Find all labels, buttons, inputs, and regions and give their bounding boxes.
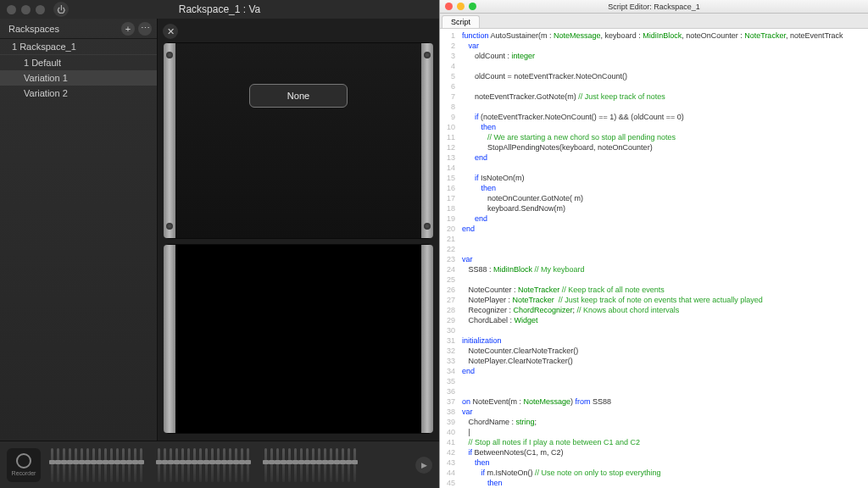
fader[interactable] — [229, 448, 231, 482]
fader[interactable] — [276, 448, 279, 482]
fader[interactable] — [110, 448, 113, 482]
maximize-window-icon[interactable] — [36, 5, 45, 14]
fader[interactable] — [158, 448, 160, 482]
fader[interactable] — [235, 448, 237, 482]
fader[interactable] — [164, 448, 166, 482]
fader[interactable] — [122, 448, 125, 482]
power-icon[interactable]: ⏻ — [53, 2, 69, 17]
fader[interactable] — [140, 448, 142, 482]
close-window-icon[interactable] — [7, 5, 16, 14]
editor-title-bar: Script Editor: Rackspace_1 — [440, 0, 868, 14]
rack-rail-left — [164, 43, 175, 238]
fader[interactable] — [205, 448, 208, 482]
fader[interactable] — [134, 448, 136, 482]
minimize-window-icon[interactable] — [457, 3, 465, 10]
rackspace-menu-button[interactable]: ⋯ — [138, 22, 152, 36]
fader[interactable] — [300, 448, 303, 482]
play-button[interactable]: ▶ — [415, 457, 432, 474]
sidebar-title: Rackspaces — [8, 24, 59, 34]
fader[interactable] — [306, 448, 309, 482]
fader[interactable] — [81, 448, 83, 482]
editor-window-title: Script Editor: Rackspace_1 — [608, 3, 700, 11]
fader[interactable] — [63, 448, 65, 482]
fader[interactable] — [318, 448, 320, 482]
fader[interactable] — [336, 448, 338, 482]
record-icon — [16, 453, 31, 469]
sidebar-item-2[interactable]: Variation 1 — [0, 70, 157, 86]
add-rackspace-button[interactable]: + — [121, 22, 135, 36]
fader[interactable] — [104, 448, 107, 482]
fader[interactable] — [211, 448, 214, 482]
script-editor-window: Script Editor: Rackspace_1 Script 1 2 3 … — [439, 0, 868, 488]
fader[interactable] — [193, 448, 196, 482]
fader[interactable] — [69, 448, 71, 482]
rack-area: ✕ None — [158, 19, 439, 441]
fader[interactable] — [282, 448, 285, 482]
fader-group-1 — [51, 448, 142, 482]
rack-rail-left — [164, 245, 175, 433]
window-title: Rackspace_1 : Va — [179, 3, 261, 15]
minimize-window-icon[interactable] — [21, 5, 31, 14]
fader[interactable] — [199, 448, 202, 482]
recorder-label: Recorder — [12, 470, 36, 476]
fader[interactable] — [247, 448, 249, 482]
fader-group-2 — [158, 448, 249, 482]
fader[interactable] — [353, 448, 356, 482]
fader[interactable] — [51, 448, 53, 482]
fader[interactable] — [223, 448, 225, 482]
window-controls — [0, 5, 45, 14]
mixer-faders — [47, 448, 409, 482]
widget-panel: None — [164, 42, 432, 239]
code-content[interactable]: function AutoSustainer(m : NoteMessage, … — [459, 29, 868, 488]
sidebar-item-1[interactable]: 1 Default — [0, 55, 157, 70]
fader[interactable] — [187, 448, 190, 482]
editor-window-controls — [440, 3, 476, 10]
fader[interactable] — [75, 448, 77, 482]
line-numbers: 1 2 3 4 5 6 7 8 9 10 11 12 13 14 15 16 1… — [440, 29, 459, 488]
fader[interactable] — [116, 448, 119, 482]
recorder-button[interactable]: Recorder — [7, 448, 41, 482]
transport-bar: Recorder ▶ — [0, 441, 439, 488]
fader[interactable] — [128, 448, 131, 482]
fader[interactable] — [181, 448, 184, 482]
fader[interactable] — [270, 448, 273, 482]
rack-rail-right — [421, 43, 433, 238]
gig-performer-window: ⏻ Rackspace_1 : Va Rackspaces + ⋯ 1 Rack… — [0, 0, 439, 488]
fader[interactable] — [241, 448, 243, 482]
sidebar-item-3[interactable]: Variation 2 — [0, 86, 157, 101]
tab-script[interactable]: Script — [442, 15, 480, 28]
close-window-icon[interactable] — [445, 3, 453, 10]
lower-panel — [164, 244, 432, 434]
fader[interactable] — [92, 448, 95, 482]
fader[interactable] — [330, 448, 332, 482]
fader-group-3 — [264, 448, 356, 482]
chord-label-widget[interactable]: None — [249, 84, 348, 108]
fader[interactable] — [217, 448, 220, 482]
sidebar-header: Rackspaces + ⋯ — [0, 19, 157, 39]
fader[interactable] — [170, 448, 172, 482]
close-panel-button[interactable]: ✕ — [163, 24, 178, 39]
fader[interactable] — [288, 448, 291, 482]
fader[interactable] — [312, 448, 314, 482]
editor-tabs: Script — [440, 14, 868, 29]
sidebar-item-0[interactable]: 1 Rackspace_1 — [0, 39, 157, 55]
fader[interactable] — [175, 448, 178, 482]
rack-rail-right — [421, 245, 433, 433]
fader[interactable] — [342, 448, 344, 482]
fader[interactable] — [98, 448, 101, 482]
fader[interactable] — [348, 448, 350, 482]
fader[interactable] — [57, 448, 59, 482]
fader[interactable] — [86, 448, 89, 482]
fader[interactable] — [294, 448, 297, 482]
rackspaces-sidebar: Rackspaces + ⋯ 1 Rackspace_11 DefaultVar… — [0, 19, 158, 441]
code-editor[interactable]: 1 2 3 4 5 6 7 8 9 10 11 12 13 14 15 16 1… — [440, 29, 868, 488]
maximize-window-icon[interactable] — [469, 3, 476, 10]
title-bar: ⏻ Rackspace_1 : Va — [0, 0, 439, 19]
fader[interactable] — [324, 448, 326, 482]
fader[interactable] — [264, 448, 267, 482]
